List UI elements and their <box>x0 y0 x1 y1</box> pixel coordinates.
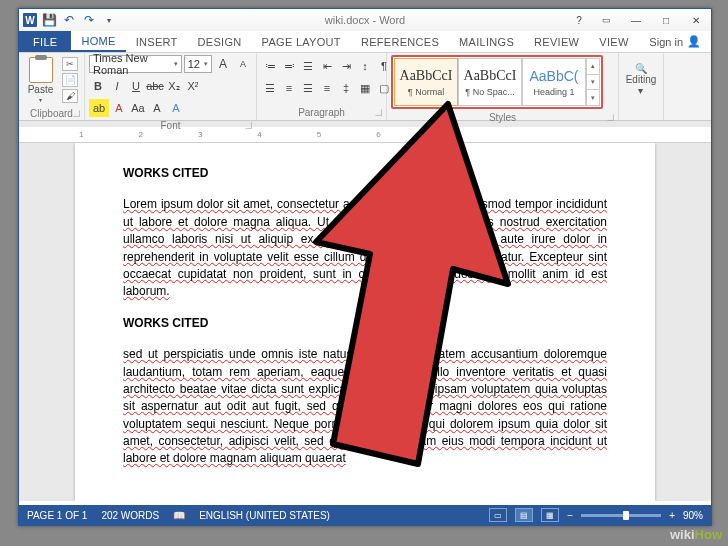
sort-button[interactable]: ↕ <box>356 57 374 75</box>
bullets-button[interactable]: ≔ <box>261 57 279 75</box>
style-sample: AaBbCcI <box>400 68 453 84</box>
heading-works-cited-1: WORKS CITED <box>123 165 607 182</box>
qat-more-icon[interactable]: ▾ <box>101 12 117 28</box>
strikethrough-button[interactable]: abc <box>146 77 164 95</box>
group-styles: AaBbCcI ¶ Normal AaBbCcI ¶ No Spac... Aa… <box>387 53 619 120</box>
tab-design[interactable]: DESIGN <box>188 31 252 52</box>
multilevel-button[interactable]: ☰ <box>299 57 317 75</box>
grow-font-button[interactable]: A <box>214 55 232 73</box>
font-size-combo[interactable]: 12▾ <box>184 55 212 73</box>
text-effects-button[interactable]: A <box>167 99 185 117</box>
tab-view[interactable]: VIEW <box>589 31 638 52</box>
status-language[interactable]: ENGLISH (UNITED STATES) <box>199 510 330 521</box>
style-no-spacing[interactable]: AaBbCcI ¶ No Spac... <box>458 58 522 106</box>
change-case-button[interactable]: Aa <box>129 99 147 117</box>
chevron-down-icon: ▾ <box>39 96 42 103</box>
paste-label: Paste <box>28 84 54 95</box>
group-editing: 🔍Editing▾ . <box>619 53 664 120</box>
close-button[interactable]: ✕ <box>681 9 711 31</box>
undo-icon[interactable]: ↶ <box>61 12 77 28</box>
paragraph-2: sed ut perspiciatis unde omnis iste natu… <box>123 346 607 468</box>
ribbon: Paste ▾ ✂ 📄 🖌 Clipboard Times New Roman▾… <box>19 53 711 121</box>
scroll-down-icon[interactable]: ▾ <box>587 75 599 91</box>
tab-references[interactable]: REFERENCES <box>351 31 449 52</box>
italic-button[interactable]: I <box>108 77 126 95</box>
view-read-mode-button[interactable]: ▭ <box>489 508 507 522</box>
scroll-up-icon[interactable]: ▴ <box>587 59 599 75</box>
styles-gallery-more[interactable]: ▴ ▾ ▾ <box>586 58 600 106</box>
underline-button[interactable]: U <box>127 77 145 95</box>
zoom-in-button[interactable]: + <box>669 510 675 521</box>
align-left-button[interactable]: ☰ <box>261 79 279 97</box>
save-icon[interactable]: 💾 <box>41 12 57 28</box>
heading-works-cited-2: WORKS CITED <box>123 315 607 332</box>
style-sample: AaBbCcI <box>464 68 517 84</box>
highlight-button[interactable]: ab <box>89 99 109 117</box>
styles-gallery: AaBbCcI ¶ Normal AaBbCcI ¶ No Spac... Aa… <box>391 55 603 109</box>
format-painter-button[interactable]: 🖌 <box>62 89 78 103</box>
group-label-styles: Styles <box>387 111 618 125</box>
numbering-button[interactable]: ≕ <box>280 57 298 75</box>
style-heading-1[interactable]: AaBbC( Heading 1 <box>522 58 586 106</box>
titlebar: W 💾 ↶ ↷ ▾ wiki.docx - Word ? ▭ — □ ✕ <box>19 9 711 31</box>
style-normal[interactable]: AaBbCcI ¶ Normal <box>394 58 458 106</box>
font-color-button[interactable]: A <box>110 99 128 117</box>
subscript-button[interactable]: X₂ <box>165 77 183 95</box>
tab-home[interactable]: HOME <box>71 31 125 52</box>
maximize-button[interactable]: □ <box>651 9 681 31</box>
font-family-combo[interactable]: Times New Roman▾ <box>89 55 182 73</box>
justify-button[interactable]: ≡ <box>318 79 336 97</box>
ribbon-tabs: FILE HOME INSERT DESIGN PAGE LAYOUT REFE… <box>19 31 711 53</box>
align-right-button[interactable]: ☰ <box>299 79 317 97</box>
window-title: wiki.docx - Word <box>325 14 405 26</box>
zoom-level[interactable]: 90% <box>683 510 703 521</box>
tab-insert[interactable]: INSERT <box>126 31 188 52</box>
align-center-button[interactable]: ≡ <box>280 79 298 97</box>
sign-in-link[interactable]: Sign in👤 <box>639 31 711 52</box>
group-font: Times New Roman▾ 12▾ A A B I U abc X₂ X²… <box>85 53 257 120</box>
group-label-paragraph: Paragraph <box>257 106 386 120</box>
document-area[interactable]: WORKS CITED Lorem ipsum dolor sit amet, … <box>19 143 711 501</box>
view-web-layout-button[interactable]: ▦ <box>541 508 559 522</box>
group-clipboard: Paste ▾ ✂ 📄 🖌 Clipboard <box>19 53 85 120</box>
paste-button[interactable]: Paste ▾ <box>23 55 58 105</box>
status-page[interactable]: PAGE 1 OF 1 <box>27 510 87 521</box>
window-controls: ? ▭ — □ ✕ <box>567 9 711 31</box>
word-app-icon: W <box>23 13 37 27</box>
tab-file[interactable]: FILE <box>19 31 71 52</box>
superscript-button[interactable]: X² <box>184 77 202 95</box>
help-button[interactable]: ? <box>567 9 591 31</box>
tab-mailings[interactable]: MAILINGS <box>449 31 524 52</box>
shrink-font-button[interactable]: A <box>234 55 252 73</box>
zoom-out-button[interactable]: − <box>567 510 573 521</box>
style-name: ¶ No Spac... <box>465 87 514 97</box>
user-icon: 👤 <box>687 35 701 48</box>
proofing-icon[interactable]: 📖 <box>173 510 185 521</box>
status-bar: PAGE 1 OF 1 202 WORDS 📖 ENGLISH (UNITED … <box>19 505 711 525</box>
document-page[interactable]: WORKS CITED Lorem ipsum dolor sit amet, … <box>75 143 655 501</box>
minimize-button[interactable]: — <box>621 9 651 31</box>
status-word-count[interactable]: 202 WORDS <box>101 510 159 521</box>
clear-formatting-button[interactable]: A <box>148 99 166 117</box>
increase-indent-button[interactable]: ⇥ <box>337 57 355 75</box>
expand-icon[interactable]: ▾ <box>587 90 599 105</box>
editing-dropdown[interactable]: 🔍Editing▾ <box>626 63 657 96</box>
redo-icon[interactable]: ↷ <box>81 12 97 28</box>
cut-button[interactable]: ✂ <box>62 57 78 71</box>
bold-button[interactable]: B <box>89 77 107 95</box>
view-print-layout-button[interactable]: ▤ <box>515 508 533 522</box>
wikihow-watermark: wikiHow <box>670 527 722 542</box>
decrease-indent-button[interactable]: ⇤ <box>318 57 336 75</box>
tab-review[interactable]: REVIEW <box>524 31 589 52</box>
line-spacing-button[interactable]: ‡ <box>337 79 355 97</box>
style-name: ¶ Normal <box>408 87 444 97</box>
ribbon-collapse-button[interactable]: ▭ <box>591 9 621 31</box>
shading-button[interactable]: ▦ <box>356 79 374 97</box>
quick-access-toolbar: W 💾 ↶ ↷ ▾ <box>19 12 117 28</box>
app-window: W 💾 ↶ ↷ ▾ wiki.docx - Word ? ▭ — □ ✕ FIL… <box>18 8 712 526</box>
copy-button[interactable]: 📄 <box>62 73 78 87</box>
tab-page-layout[interactable]: PAGE LAYOUT <box>252 31 351 52</box>
group-label-clipboard: Clipboard <box>19 107 84 121</box>
zoom-slider[interactable] <box>581 514 661 517</box>
group-paragraph: ≔ ≕ ☰ ⇤ ⇥ ↕ ¶ ☰ ≡ ☰ ≡ ‡ ▦ ▢ Pa <box>257 53 387 120</box>
